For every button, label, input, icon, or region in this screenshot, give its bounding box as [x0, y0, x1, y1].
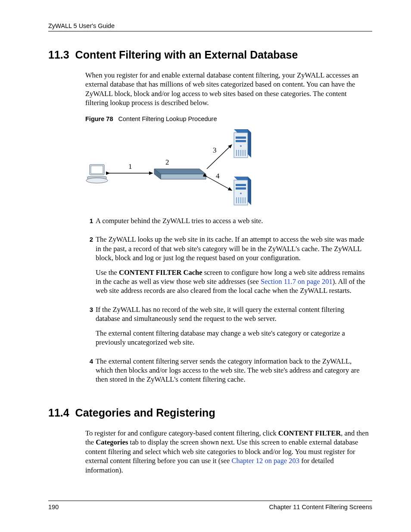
step-paragraph: A computer behind the ZyWALL tries to ac…	[96, 216, 371, 225]
bold-content-filter-cache: CONTENT FILTER Cache	[119, 268, 202, 277]
svg-rect-12	[236, 140, 246, 142]
step-item: 2The ZyWALL looks up the web site in its…	[85, 235, 371, 301]
step-paragraph: The ZyWALL looks up the web site in its …	[96, 235, 371, 262]
section-title: Categories and Registering	[75, 407, 215, 419]
server-top-icon	[234, 129, 251, 158]
lookup-procedure-svg: 1 2 3 4	[85, 126, 258, 208]
figure-caption-text: Content Filtering Lookup Procedure	[118, 115, 217, 122]
figure-diagram: 1 2 3 4	[85, 126, 371, 208]
figure-label: Figure 78	[85, 115, 113, 122]
step-body: If the ZyWALL has no record of the web s…	[96, 305, 371, 352]
section-heading-11-3: 11.3 Content Filtering with an External …	[48, 49, 372, 61]
bold-content-filter: CONTENT FILTER	[278, 429, 341, 437]
diagram-label-1: 1	[128, 162, 132, 171]
step-item: 3If the ZyWALL has no record of the web …	[85, 305, 371, 352]
svg-marker-9	[248, 129, 251, 158]
svg-marker-20	[248, 177, 251, 205]
section-title: Content Filtering with an External Datab…	[75, 49, 298, 61]
step-number: 3	[85, 305, 96, 352]
page-number: 190	[48, 504, 59, 510]
section-number: 11.4	[48, 407, 69, 419]
numbered-steps: 1A computer behind the ZyWALL tries to a…	[85, 216, 371, 389]
step-paragraph: The external content filtering server se…	[96, 357, 371, 384]
figure-caption: Figure 78 Content Filtering Lookup Proce…	[85, 115, 371, 122]
svg-point-13	[240, 145, 241, 146]
section-11-4-body: To register for and configure category-b…	[85, 429, 371, 475]
svg-marker-4	[154, 169, 206, 174]
server-bottom-icon	[234, 177, 251, 205]
intro-paragraph: When you register for and enable externa…	[85, 71, 371, 108]
arrow-3	[207, 145, 232, 169]
bold-categories: Categories	[96, 438, 128, 446]
step-number: 1	[85, 216, 96, 230]
svg-rect-11	[236, 137, 246, 139]
step-paragraph: Use the CONTENT FILTER Cache screen to c…	[96, 268, 371, 296]
cross-ref-chapter-12[interactable]: Chapter 12 on page 203	[231, 457, 299, 465]
cross-ref-section-11-7[interactable]: Section 11.7 on page 201	[261, 277, 333, 286]
step-body: The external content filtering server se…	[96, 357, 371, 389]
section-heading-11-4: 11.4 Categories and Registering	[48, 407, 372, 419]
svg-point-24	[240, 193, 241, 194]
step-paragraph: If the ZyWALL has no record of the web s…	[96, 305, 371, 324]
step-number: 4	[85, 357, 96, 389]
step-item: 1A computer behind the ZyWALL tries to a…	[85, 216, 371, 230]
svg-rect-23	[236, 187, 246, 190]
running-header: ZyWALL 5 User's Guide	[48, 22, 372, 31]
chapter-title: Chapter 11 Content Filtering Screens	[269, 504, 372, 510]
step-body: The ZyWALL looks up the web site in its …	[96, 235, 371, 301]
step-item: 4The external content filtering server s…	[85, 357, 371, 389]
computer-icon	[86, 165, 108, 183]
section-11-3-body: When you register for and enable externa…	[85, 71, 371, 389]
step-paragraph: The external content filtering database …	[96, 329, 371, 347]
zywall-icon	[154, 169, 206, 179]
text: To register for and configure category-b…	[85, 429, 278, 437]
step-body: A computer behind the ZyWALL tries to ac…	[96, 216, 371, 230]
svg-rect-1	[91, 166, 103, 174]
svg-marker-5	[161, 174, 206, 179]
step-number: 2	[85, 235, 96, 301]
page-footer: 190 Chapter 11 Content Filtering Screens	[48, 501, 372, 510]
diagram-label-4: 4	[216, 172, 220, 180]
page: ZyWALL 5 User's Guide 11.3 Content Filte…	[0, 0, 411, 532]
diagram-label-3: 3	[213, 146, 217, 154]
svg-rect-22	[236, 184, 246, 186]
svg-point-3	[86, 178, 108, 183]
section-11-4-paragraph: To register for and configure category-b…	[85, 429, 371, 475]
diagram-label-2: 2	[165, 158, 169, 166]
section-number: 11.3	[48, 49, 69, 61]
